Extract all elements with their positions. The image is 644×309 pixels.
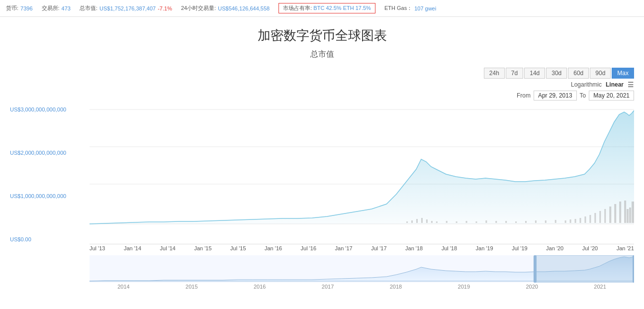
svg-rect-15 [485,220,487,223]
eth-share: ETH 17.5% [343,5,371,11]
svg-rect-34 [619,202,621,223]
linear-option[interactable]: Linear [606,81,624,88]
volume-label: 24小时交易量: [181,4,216,12]
svg-rect-11 [446,221,448,223]
svg-rect-23 [565,220,566,223]
time-btn-14d[interactable]: 14d [524,68,545,79]
svg-rect-8 [426,219,428,223]
chart-wrapper: US$3,000,000,000,000US$2,000,000,000,000… [10,104,634,252]
svg-rect-14 [475,221,477,223]
coins-item: 货币: 7396 [6,4,33,12]
time-buttons: 24h7d14d30d60d90dMax [484,68,634,79]
gas-label: ETH Gas： [384,4,412,12]
time-btn-30d[interactable]: 30d [546,68,567,79]
svg-rect-20 [535,220,537,223]
svg-rect-35 [624,201,626,223]
x-axis-label: Jan '15 [194,245,211,251]
svg-rect-36 [627,209,629,223]
svg-rect-25 [575,219,576,223]
nav-year-label: 2015 [185,284,197,290]
nav-year-label: 2021 [594,284,606,290]
top-bar: 货币: 7396 交易所: 473 总市值: US$1,752,176,387,… [0,0,644,17]
nav-year-label: 2017 [322,284,334,290]
time-btn-24h[interactable]: 24h [484,68,505,79]
x-axis-label: Jan '20 [546,245,563,251]
y-axis-label: US$2,000,000,000,000 [10,150,90,156]
svg-rect-37 [629,207,631,223]
y-axis-labels: US$3,000,000,000,000US$2,000,000,000,000… [10,104,90,252]
svg-rect-17 [505,221,507,223]
svg-rect-10 [436,221,438,223]
y-axis-label: US$0.00 [10,236,90,242]
svg-rect-6 [416,219,418,223]
volume-value: US$546,126,644,558 [218,5,270,11]
time-btn-90d[interactable]: 90d [590,68,611,79]
x-axis-label: Jan '19 [476,245,493,251]
chart-area: Jul '13Jan '14Jul '14Jan '15Jul '15Jan '… [90,104,634,252]
exchanges-value: 473 [62,5,71,11]
time-btn-7d[interactable]: 7d [506,68,523,79]
svg-rect-32 [609,206,611,223]
chart-controls: 24h7d14d30d60d90dMax Logarithmic Linear … [10,68,634,101]
nav-year-label: 2016 [254,284,266,290]
date-range-row: From Apr 29, 2013 To May 20, 2021 [517,91,634,101]
y-axis-label: US$3,000,000,000,000 [10,106,90,112]
volume-item: 24小时交易量: US$546,126,644,558 [181,4,270,12]
main-content: 加密数字货币全球图表 总市值 24h7d14d30d60d90dMax Loga… [0,17,644,291]
x-axis-label: Jul '17 [371,245,386,251]
nav-year-label: 2020 [526,284,538,290]
x-axis-label: Jul '18 [442,245,457,251]
nav-year-label: 2014 [117,284,129,290]
market-share-box: 市场占有率: BTC 42.5% ETH 17.5% [278,3,375,13]
nav-year-labels: 20142015201620172018201920202021 [90,283,634,291]
x-axis-label: Jan '14 [124,245,141,251]
svg-rect-42 [633,255,634,283]
svg-rect-16 [495,221,497,223]
nav-year-label: 2018 [390,284,402,290]
x-axis-label: Jul '15 [230,245,246,251]
to-label: To [580,92,586,99]
market-share-label: 市场占有率: [283,5,312,11]
x-axis-label: Jan '16 [265,245,282,251]
x-axis-label: Jul '16 [301,245,316,251]
coins-label: 货币: [6,4,18,12]
svg-rect-41 [534,255,537,283]
time-btn-max[interactable]: Max [612,68,634,79]
time-btn-60d[interactable]: 60d [568,68,589,79]
svg-rect-4 [406,221,408,223]
svg-rect-26 [580,218,581,223]
market-cap-change: -7.1% [158,5,172,11]
x-axis-label: Jan '18 [405,245,423,251]
exchanges-item: 交易所: 473 [42,4,71,12]
svg-rect-38 [632,202,634,223]
to-date[interactable]: May 20, 2021 [589,91,634,101]
x-axis-label: Jan '17 [335,245,353,251]
svg-rect-28 [589,215,591,223]
svg-rect-19 [525,221,527,223]
menu-icon[interactable]: ☰ [628,81,634,89]
svg-rect-30 [599,211,601,223]
svg-rect-33 [614,204,616,223]
x-axis-label: Jul '14 [160,245,176,251]
navigator-wrapper: 20142015201620172018201920202021 [10,255,634,291]
svg-rect-31 [604,209,606,223]
gas-item: ETH Gas： 107 gwei [384,4,436,12]
x-axis-label: Jul '13 [90,245,105,251]
navigator-svg [90,255,634,283]
y-axis-label: US$1,000,000,000,000 [10,193,90,199]
scale-row: Logarithmic Linear ☰ [571,81,634,89]
btc-share: BTC 42.5% [313,5,341,11]
svg-rect-9 [431,221,433,223]
from-date[interactable]: Apr 29, 2013 [534,91,577,101]
x-axis: Jul '13Jan '14Jul '14Jan '15Jul '15Jan '… [90,244,634,252]
svg-rect-40 [535,255,634,283]
svg-rect-22 [555,220,556,223]
svg-rect-7 [421,218,423,223]
exchanges-label: 交易所: [42,4,60,12]
from-label: From [517,92,531,99]
gas-value: 107 gwei [414,5,436,11]
svg-rect-5 [411,220,413,223]
x-axis-label: Jul '19 [512,245,527,251]
logarithmic-option[interactable]: Logarithmic [571,81,602,88]
market-cap-label: 总市值: [80,4,97,12]
